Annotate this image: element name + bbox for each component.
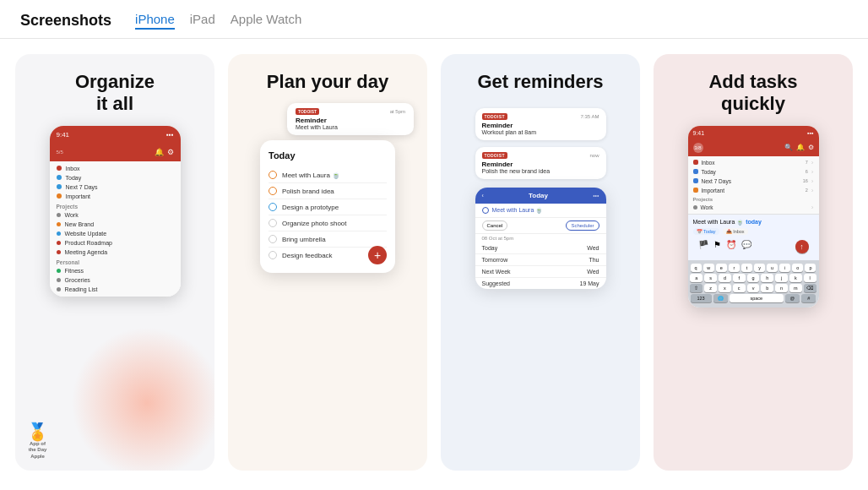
key-i[interactable]: i xyxy=(779,264,790,272)
key-j[interactable]: j xyxy=(775,274,788,282)
keyboard-row-4: 123 🌐 space @ # xyxy=(691,294,816,302)
priority-icon[interactable]: ⚑ xyxy=(713,240,721,253)
projects-title-4: Projects xyxy=(688,195,819,203)
nav-next7-4[interactable]: Next 7 Days 16 › xyxy=(688,177,819,186)
nav-next7[interactable]: Next 7 Days xyxy=(50,182,181,192)
gear-icon-4[interactable]: ⚙ xyxy=(808,144,814,151)
project-work-4[interactable]: Work › xyxy=(688,203,819,212)
keyboard-row-3: ⇧ z x c v b n m ⌫ xyxy=(691,284,816,292)
key-y[interactable]: y xyxy=(754,264,765,272)
task-text-2: Polish brand idea xyxy=(282,188,334,195)
key-t[interactable]: t xyxy=(741,264,752,272)
key-o[interactable]: o xyxy=(792,264,803,272)
bell-icon-4[interactable]: 🔔 xyxy=(796,144,805,151)
time-label: 9:41 xyxy=(57,131,70,139)
key-d[interactable]: d xyxy=(719,274,731,282)
nav-inbox[interactable]: Inbox xyxy=(50,164,181,173)
scheduler-button[interactable]: Scheduler xyxy=(566,220,599,231)
scheduler-tomorrow[interactable]: Tomorrow Thu xyxy=(475,254,606,266)
key-b[interactable]: b xyxy=(761,284,773,292)
task-item-meet-laura-blue[interactable]: Meet with Laura 🍵 xyxy=(475,204,606,218)
task-photo-shoot[interactable]: Organize photo shoot xyxy=(269,215,387,231)
inbox-icon-4 xyxy=(693,160,698,165)
project-meeting[interactable]: Meeting Agenda xyxy=(50,248,181,257)
key-c[interactable]: c xyxy=(733,284,746,292)
bell-icon: 🔔 xyxy=(155,148,164,156)
project-groceries[interactable]: Groceries xyxy=(50,275,181,285)
key-w[interactable]: w xyxy=(703,264,714,272)
key-k[interactable]: k xyxy=(789,274,802,282)
key-globe[interactable]: 🌐 xyxy=(713,294,728,302)
search-icon[interactable]: 🔍 xyxy=(784,144,793,151)
key-n[interactable]: n xyxy=(775,284,788,292)
task-umbrella[interactable]: Bring umbrella xyxy=(269,231,387,248)
more-icon[interactable]: ••• xyxy=(593,193,599,199)
reminder-source-2: TODOIST now xyxy=(482,152,599,159)
key-123[interactable]: 123 xyxy=(691,294,712,302)
key-l[interactable]: l xyxy=(804,274,816,282)
scheduler-suggested[interactable]: Suggested 19 May xyxy=(475,278,606,289)
scheduler-nextweek[interactable]: Next Week Wed xyxy=(475,266,606,278)
key-e[interactable]: e xyxy=(716,264,727,272)
phone-screen-organize: 9:41 ▪▪▪ 5/5 🔔 ⚙ Inbox xyxy=(50,126,181,297)
today-badge[interactable]: 📅 Today xyxy=(693,228,719,235)
todoist-date: 5/5 xyxy=(57,150,63,155)
todoist-badge-1: TODOIST xyxy=(482,113,507,120)
flag-icon[interactable]: 🏴 xyxy=(698,240,708,253)
date-label: 5/5 xyxy=(57,150,63,155)
project-work[interactable]: Work xyxy=(50,210,181,220)
key-q[interactable]: q xyxy=(691,264,702,272)
project-reading[interactable]: Reading List xyxy=(50,285,181,294)
key-x[interactable]: x xyxy=(719,284,731,292)
phone-status-bar-4: 9:41 ▪▪▪ xyxy=(688,126,819,141)
task-design-prototype[interactable]: Design a prototype xyxy=(269,199,387,215)
task-circle-2 xyxy=(269,187,277,195)
key-z[interactable]: z xyxy=(704,284,717,292)
key-m[interactable]: m xyxy=(789,284,802,292)
key-s[interactable]: s xyxy=(704,274,717,282)
key-g[interactable]: g xyxy=(747,274,760,282)
nav-important[interactable]: Important xyxy=(50,192,181,201)
project-roadmap[interactable]: Product Roadmap xyxy=(50,238,181,248)
comment-icon[interactable]: 💬 xyxy=(741,240,751,253)
tab-ipad[interactable]: iPad xyxy=(190,12,215,30)
key-r[interactable]: r xyxy=(729,264,740,272)
project-newbrand-label: New Brand xyxy=(65,221,95,227)
key-v[interactable]: v xyxy=(747,284,760,292)
important-icon-4 xyxy=(693,188,698,193)
task-meet-laura[interactable]: Meet with Laura 🍵 xyxy=(269,167,387,183)
inbox-chevron: › xyxy=(811,159,814,166)
nav-today[interactable]: Today xyxy=(50,173,181,182)
project-fitness[interactable]: Fitness xyxy=(50,266,181,275)
task-polish-brand[interactable]: Polish brand idea xyxy=(269,183,387,199)
key-h[interactable]: h xyxy=(761,274,773,282)
tab-apple-watch[interactable]: Apple Watch xyxy=(231,12,302,30)
project-newbrand[interactable]: New Brand xyxy=(50,220,181,229)
key-f[interactable]: f xyxy=(733,274,746,282)
project-website[interactable]: Website Update xyxy=(50,229,181,238)
cancel-button[interactable]: Cancel xyxy=(482,220,508,231)
key-hash[interactable]: # xyxy=(801,294,816,302)
scheduler-today[interactable]: Today Wed xyxy=(475,242,606,254)
key-p[interactable]: p xyxy=(805,264,816,272)
key-a[interactable]: a xyxy=(690,274,703,282)
tab-iphone[interactable]: iPhone xyxy=(135,12,175,30)
key-at[interactable]: @ xyxy=(785,294,800,302)
inbox-badge[interactable]: 📥 Inbox xyxy=(723,228,748,235)
scheduler-nextweek-value: Wed xyxy=(587,269,599,275)
reminder-body-float: Meet with Laura xyxy=(296,124,405,130)
key-backspace[interactable]: ⌫ xyxy=(804,284,816,292)
key-shift[interactable]: ⇧ xyxy=(690,284,703,292)
reading-dot xyxy=(57,287,61,291)
key-space[interactable]: space xyxy=(730,294,784,302)
task-dot-blue xyxy=(482,207,489,214)
send-button[interactable]: ↑ xyxy=(795,240,809,253)
today-header-blue: ‹ Today ••• xyxy=(475,188,606,204)
nav-today-4[interactable]: Today 6 › xyxy=(688,167,819,177)
nav-important-4[interactable]: Important 2 › xyxy=(688,186,819,195)
card-headline-keyboard: Add tasksquickly xyxy=(708,71,797,116)
back-arrow-icon[interactable]: ‹ xyxy=(482,193,484,199)
key-u[interactable]: u xyxy=(767,264,778,272)
alarm-icon[interactable]: ⏰ xyxy=(726,240,736,253)
nav-inbox-4[interactable]: Inbox 7 › xyxy=(688,158,819,167)
